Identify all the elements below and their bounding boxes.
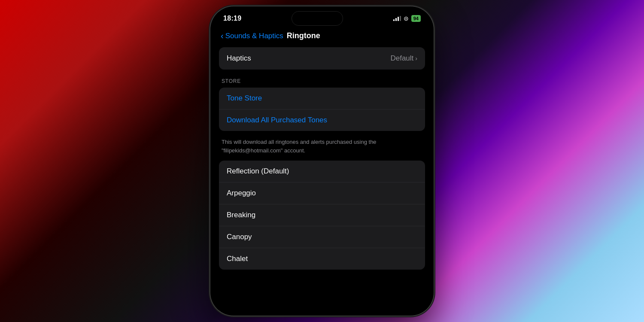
back-chevron-icon: ‹ <box>221 31 224 40</box>
store-section-label: STORE <box>219 78 425 84</box>
back-label: Sounds & Haptics <box>225 32 283 40</box>
tone-store-item[interactable]: Tone Store <box>219 88 425 109</box>
ringtone-chalet-label: Chalet <box>227 255 248 263</box>
phone-frame: 18:19 ⊜ 94 ‹ <box>210 6 434 316</box>
content-area: Haptics Default › STORE Tone Store Downl… <box>210 47 434 270</box>
dynamic-island <box>292 11 343 26</box>
nav-header: ‹ Sounds & Haptics Ringtone <box>210 28 434 47</box>
signal-bar-1 <box>393 19 395 21</box>
ringtone-canopy-label: Canopy <box>227 233 252 241</box>
haptics-value: Default › <box>390 54 417 63</box>
ringtone-arpeggio-label: Arpeggio <box>227 189 256 197</box>
status-icons: ⊜ 94 <box>393 15 421 22</box>
phone-screen: 18:19 ⊜ 94 ‹ <box>210 6 434 316</box>
ringtone-item-canopy[interactable]: Canopy <box>219 226 425 248</box>
store-note: This will download all ringtones and ale… <box>219 135 425 161</box>
tone-store-label: Tone Store <box>227 94 262 102</box>
signal-bar-2 <box>395 18 397 21</box>
haptics-chevron-icon: › <box>415 55 417 62</box>
page-title: Ringtone <box>287 31 320 40</box>
download-purchased-tones-item[interactable]: Download All Purchased Tones <box>219 109 425 131</box>
battery-indicator: 94 <box>411 15 421 22</box>
download-purchased-tones-label: Download All Purchased Tones <box>227 116 327 124</box>
ringtone-item-arpeggio[interactable]: Arpeggio <box>219 182 425 204</box>
ringtone-reflection-label: Reflection (Default) <box>227 167 289 175</box>
haptics-label: Haptics <box>227 54 251 63</box>
signal-bars-icon <box>393 16 401 21</box>
ringtone-item-reflection[interactable]: Reflection (Default) <box>219 161 425 182</box>
store-group: Tone Store Download All Purchased Tones <box>219 88 425 131</box>
battery-percent: 94 <box>413 16 419 21</box>
ringtone-item-breaking[interactable]: Breaking <box>219 204 425 226</box>
haptics-row[interactable]: Haptics Default › <box>219 47 425 70</box>
status-bar: 18:19 ⊜ 94 <box>210 6 434 28</box>
ringtone-breaking-label: Breaking <box>227 211 255 219</box>
back-button[interactable]: ‹ Sounds & Haptics <box>221 32 283 40</box>
ringtone-list: Reflection (Default) Arpeggio Breaking C… <box>219 161 425 270</box>
signal-bar-3 <box>398 17 399 21</box>
haptics-value-text: Default <box>390 54 413 63</box>
wifi-icon: ⊜ <box>404 15 409 22</box>
status-time: 18:19 <box>223 15 241 22</box>
ringtone-item-chalet[interactable]: Chalet <box>219 248 425 270</box>
phone-wrapper: 18:19 ⊜ 94 ‹ <box>210 6 434 316</box>
signal-bar-4 <box>400 16 401 21</box>
